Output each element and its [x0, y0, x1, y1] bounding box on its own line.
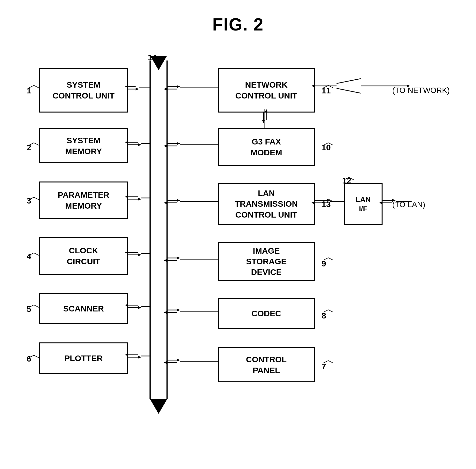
- svg-line-100: [34, 253, 39, 255]
- g3fax-label: G3 FAX MODEM: [251, 136, 282, 158]
- system-control-label: SYSTEM CONTROL UNIT: [52, 79, 115, 101]
- ref-4: 4: [27, 252, 31, 261]
- svg-marker-18: [138, 143, 141, 146]
- network-control-label: NETWORK CONTROL UNIT: [235, 79, 297, 101]
- svg-marker-9: [150, 399, 167, 414]
- svg-marker-28: [138, 253, 141, 256]
- image-storage-label: IMAGE STORAGE DEVICE: [246, 245, 287, 278]
- ref-8: 8: [322, 311, 326, 320]
- box-lan-transmission: LAN TRANSMISSION CONTROL UNIT: [218, 183, 315, 225]
- svg-marker-51: [177, 199, 180, 202]
- ref-12: 12: [342, 176, 351, 185]
- box-system-control: SYSTEM CONTROL UNIT: [39, 68, 128, 113]
- box-network-control: NETWORK CONTROL UNIT: [218, 68, 315, 113]
- svg-line-86: [337, 81, 349, 84]
- diagram-container: SYSTEM CONTROL UNIT SYSTEM MEMORY PARAME…: [19, 48, 455, 448]
- svg-marker-58: [164, 259, 167, 262]
- ref-2: 2: [27, 143, 31, 152]
- svg-marker-63: [164, 311, 167, 314]
- svg-line-98: [34, 197, 39, 200]
- svg-marker-48: [164, 145, 167, 147]
- svg-marker-68: [164, 361, 167, 364]
- svg-line-112: [328, 258, 333, 260]
- plotter-label: PLOTTER: [64, 353, 103, 364]
- box-system-memory: SYSTEM MEMORY: [39, 128, 128, 163]
- svg-marker-71: [262, 120, 265, 123]
- box-control-panel: CONTROL PANEL: [218, 347, 315, 382]
- box-g3fax: G3 FAX MODEM: [218, 128, 315, 166]
- clock-circuit-label: CLOCK CIRCUIT: [67, 245, 100, 267]
- svg-marker-56: [177, 256, 180, 259]
- box-parameter-memory: PARAMETER MEMORY: [39, 182, 128, 219]
- ref-1: 1: [27, 86, 31, 95]
- svg-marker-46: [177, 142, 180, 145]
- svg-marker-23: [138, 198, 141, 201]
- ref-10: 10: [322, 143, 331, 152]
- box-scanner: SCANNER: [39, 293, 128, 324]
- ref-13: 13: [322, 200, 331, 209]
- to-network-label: (TO NETWORK): [392, 86, 450, 95]
- system-memory-label: SYSTEM MEMORY: [65, 135, 102, 156]
- codec-label: CODEC: [252, 308, 281, 319]
- box-lan-if: LAN I/F: [344, 183, 383, 225]
- box-clock-circuit: CLOCK CIRCUIT: [39, 237, 128, 275]
- svg-line-87: [337, 88, 349, 91]
- to-lan-label: (TO LAN): [392, 200, 425, 209]
- ref-9: 9: [322, 259, 326, 268]
- lan-if-label: LAN I/F: [356, 195, 371, 214]
- parameter-memory-label: PARAMETER MEMORY: [58, 189, 109, 211]
- svg-marker-61: [177, 309, 180, 311]
- box-image-storage: IMAGE STORAGE DEVICE: [218, 242, 315, 281]
- svg-marker-41: [177, 85, 180, 88]
- control-panel-label: CONTROL PANEL: [246, 354, 287, 375]
- svg-line-104: [34, 355, 39, 358]
- svg-line-102: [34, 305, 39, 307]
- svg-marker-13: [136, 88, 139, 90]
- svg-marker-43: [164, 88, 167, 90]
- svg-marker-38: [138, 356, 141, 359]
- ref-7: 7: [322, 362, 326, 371]
- svg-line-88: [349, 79, 361, 81]
- svg-line-96: [34, 143, 39, 145]
- scanner-label: SCANNER: [63, 303, 104, 314]
- svg-line-89: [349, 91, 361, 93]
- ref-6: 6: [27, 354, 31, 364]
- ref-11: 11: [322, 86, 331, 95]
- box-plotter: PLOTTER: [39, 342, 128, 374]
- ref-5: 5: [27, 304, 31, 314]
- ref-14: 14: [148, 53, 157, 62]
- page-title: FIG. 2: [0, 0, 476, 34]
- svg-marker-33: [138, 306, 141, 309]
- svg-line-116: [328, 361, 333, 363]
- lan-transmission-label: LAN TRANSMISSION CONTROL UNIT: [235, 188, 298, 220]
- svg-marker-66: [177, 359, 180, 362]
- svg-line-94: [34, 85, 39, 88]
- svg-marker-53: [164, 201, 167, 204]
- ref-3: 3: [27, 196, 31, 205]
- box-codec: CODEC: [218, 298, 315, 329]
- svg-line-114: [328, 310, 333, 312]
